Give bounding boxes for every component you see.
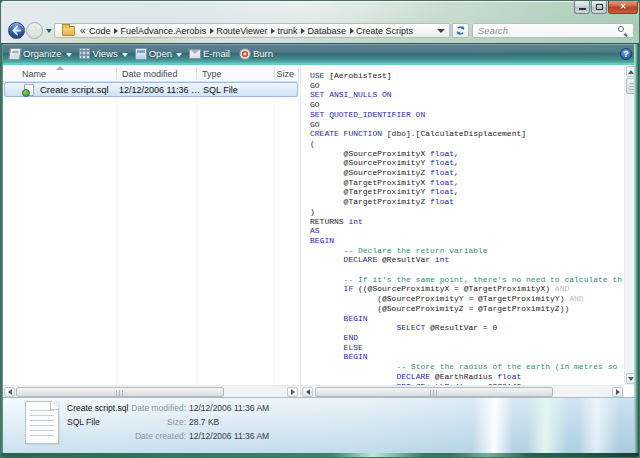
code-line: IF ((@SourceProximityX = @TargetProximit… (310, 284, 622, 294)
views-icon (79, 48, 91, 60)
title-bar: ✕ « CodeFuelAdvance.AerobisRouteViewertr… (1, 1, 640, 44)
code-line: (@SourceProximityZ = @TargetProximityZ)) (310, 304, 622, 314)
command-toolbar: OrganizeViewsOpenE-mailBurn ? (1, 44, 640, 65)
file-list-scroll-thumb[interactable] (16, 387, 224, 397)
e-mail-button[interactable]: E-mail (186, 45, 235, 62)
dropdown-chevron-icon (122, 53, 128, 57)
file-row-selected[interactable]: Create script.sql 12/12/2006 11:36 … SQL… (4, 82, 298, 97)
code-token: @TargetProximityX (310, 178, 430, 187)
scroll-left-button[interactable] (302, 387, 313, 397)
details-file-type: SQL File (67, 417, 100, 427)
column-header-type[interactable]: Type (197, 65, 275, 82)
forward-button[interactable] (26, 22, 43, 39)
breadcrumb-code[interactable]: Code (88, 26, 113, 36)
file-big-icon (25, 401, 59, 444)
code-token: BEGIN (344, 352, 368, 361)
close-button[interactable]: ✕ (608, 1, 638, 14)
code-line: SET QUOTED_IDENTIFIER ON (310, 110, 622, 120)
preview-pane: USE [AerobisTest]GOSET ANSI_NULLS ONGOSE… (301, 65, 639, 397)
code-token: , (454, 168, 459, 177)
code-token: , (454, 149, 459, 158)
open-button[interactable]: Open (132, 45, 185, 62)
scroll-right-button[interactable] (612, 387, 623, 397)
code-line: @TargetProximityY float, (310, 187, 622, 197)
code-token: ) (310, 207, 315, 216)
code-token: SET QUOTED_IDENTIFIER ON (310, 110, 425, 119)
maximize-button[interactable] (591, 1, 607, 14)
views-button[interactable]: Views (76, 45, 131, 62)
details-field: Size:28.7 KB (101, 417, 401, 427)
code-token (310, 275, 344, 284)
code-token: [dbo].[CalculateDisplacement] (382, 129, 526, 138)
code-line: GO (310, 81, 622, 91)
organize-button[interactable]: Organize (6, 45, 75, 62)
breadcrumb-separator-icon[interactable] (350, 28, 354, 34)
breadcrumb-fueladvance-aerobis[interactable]: FuelAdvance.Aerobis (119, 26, 208, 36)
breadcrumb-database[interactable]: Database (306, 26, 348, 36)
toolbar-button-label: Organize (23, 48, 62, 59)
code-line: -- Store the radius of the earth (in met… (310, 362, 622, 372)
code-token: @SourceProximityZ (310, 168, 430, 177)
code-token: , (454, 158, 459, 167)
breadcrumb-separator-icon[interactable] (271, 28, 275, 34)
breadcrumb-separator-icon[interactable] (210, 28, 214, 34)
code-line: ELSE (310, 343, 622, 353)
breadcrumb-create-scripts[interactable]: Create Scripts (355, 26, 415, 36)
code-token: END (344, 333, 358, 342)
code-token (310, 372, 396, 381)
explorer-window: ✕ « CodeFuelAdvance.AerobisRouteViewertr… (0, 0, 640, 458)
scroll-left-button[interactable] (4, 387, 15, 397)
code-line: DECLARE @ResultVar int (310, 255, 622, 265)
code-token (310, 314, 344, 323)
search-icon[interactable] (617, 25, 629, 37)
details-field-value: 28.7 KB (189, 417, 219, 427)
scroll-right-button[interactable] (287, 387, 298, 397)
address-dropdown-button[interactable] (437, 29, 445, 33)
breadcrumb-routeviewer[interactable]: RouteViewer (215, 26, 269, 36)
code-token: , (454, 178, 459, 187)
file-list-horizontal-scrollbar[interactable] (3, 385, 299, 397)
breadcrumb-separator-icon[interactable] (114, 28, 118, 34)
breadcrumb-trunk[interactable]: trunk (276, 26, 299, 36)
code-line: @TargetProximityZ float (310, 197, 622, 207)
code-line: USE [AerobisTest] (310, 71, 622, 81)
refresh-button[interactable] (452, 23, 469, 38)
preview-hscroll-thumb[interactable] (315, 387, 553, 397)
column-header-date-modified[interactable]: Date modified (117, 65, 197, 82)
sql-file-icon (24, 84, 34, 96)
code-token: int (435, 255, 449, 264)
code-token: BEGIN (310, 236, 334, 245)
code-token (310, 352, 344, 361)
code-token: @TargetProximityY (310, 187, 430, 196)
code-token (310, 255, 344, 264)
code-token: ( (310, 139, 315, 148)
column-separator[interactable] (298, 67, 299, 80)
toolbar-button-label: Open (149, 48, 172, 59)
search-box[interactable]: Search (472, 23, 634, 38)
refresh-icon (455, 25, 466, 36)
maximize-icon (596, 4, 603, 10)
file-date-cell: 12/12/2006 11:36 … (119, 85, 203, 95)
breadcrumb-separator-icon[interactable] (301, 28, 305, 34)
column-header-size[interactable]: Size (275, 65, 299, 82)
help-button[interactable]: ? (620, 48, 632, 60)
recent-pages-dropdown[interactable] (46, 29, 52, 33)
preview-horizontal-scrollbar[interactable] (301, 385, 624, 397)
back-button[interactable] (8, 22, 25, 39)
code-line: SET ANSI_NULLS ON (310, 90, 622, 100)
address-bar[interactable]: « CodeFuelAdvance.AerobisRouteViewertrun… (54, 23, 450, 38)
burn-button[interactable]: Burn (236, 45, 278, 62)
caption-buttons: ✕ (573, 1, 638, 14)
code-token (310, 246, 344, 255)
forward-arrow-icon (29, 25, 40, 36)
file-name-cell: Create script.sql (40, 84, 120, 95)
breadcrumb-overflow-chevron[interactable]: « (80, 25, 86, 36)
details-pane: Create script.sql SQL File Date modified… (3, 397, 639, 453)
minimize-button[interactable] (574, 1, 590, 14)
dropdown-chevron-icon (176, 53, 182, 57)
code-token: (@SourceProximityY = @TargetProximityY) (310, 294, 569, 303)
code-token: int (348, 217, 362, 226)
toolbar-buttons: OrganizeViewsOpenE-mailBurn (5, 45, 278, 62)
code-token: BEGIN (344, 314, 368, 323)
code-line: GO (310, 120, 622, 130)
